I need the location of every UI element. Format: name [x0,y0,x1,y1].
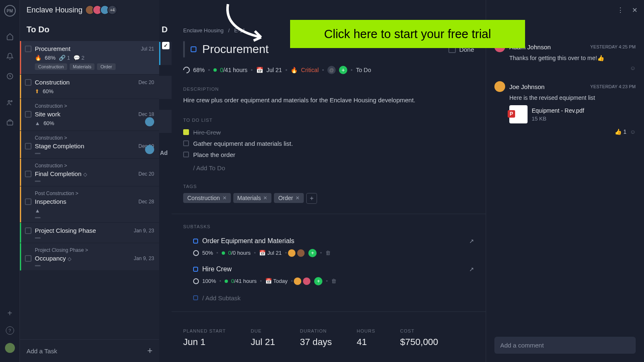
task-date: Dec 18 [138,111,154,117]
assignee-avatar [297,249,305,257]
checkbox-icon[interactable] [183,140,189,146]
checkbox-done-icon: ✓ [162,42,169,49]
checkbox-icon[interactable] [183,129,189,135]
subtask-title: Hire Crew [202,265,465,273]
add-assignee-button[interactable]: + [339,66,347,74]
svg-point-1 [8,101,10,103]
add-task-button[interactable]: Add a Task + [20,339,159,362]
project-members[interactable]: +4 [87,5,117,15]
svg-point-2 [11,101,12,102]
briefcase-icon[interactable] [6,118,14,127]
flame-icon: 🔥 [291,67,298,73]
subtask-card[interactable]: Hire Crew ↗ 100% • 0/41 hours • 📅 Today … [183,261,474,290]
open-icon[interactable]: ↗ [469,238,474,244]
tag-chip: Materials [70,63,95,70]
add-column-peek: Ad [160,150,172,156]
add-icon[interactable]: + [7,309,12,318]
task-card[interactable]: Construction >Stage CompletionDec 19 [20,131,159,159]
people-icon[interactable] [6,99,14,107]
task-color-bar [183,41,185,58]
help-icon[interactable]: ? [6,326,14,335]
remove-tag-icon[interactable]: ✕ [223,195,227,201]
task-title: Occupancy ◇ [35,255,131,262]
add-todo-button[interactable]: / Add To Do [183,160,474,171]
checkbox-icon[interactable] [25,79,31,86]
tag-pill[interactable]: Order✕ [274,193,304,203]
checkbox-icon[interactable] [25,143,31,150]
task-card[interactable]: ProcurementJul 21🔥68%🔗 1💬 2ConstructionM… [20,41,159,75]
subtasks-label: SUBTASKS [183,224,474,229]
checkbox-icon[interactable] [25,255,31,262]
calendar-icon: 📅 [256,67,263,73]
task-crumb: Construction > [35,163,154,169]
reaction-badge[interactable]: 👍 1 [615,128,627,135]
checkbox-icon[interactable] [25,111,31,118]
clock-icon[interactable] [6,72,14,80]
checkbox-icon[interactable] [25,46,31,52]
comment: Joe Johnson YESTERDAY 4:23 PM Here is th… [494,81,636,135]
progress-ring-icon [193,250,199,256]
task-type-icon [191,46,196,52]
task-card[interactable]: Project Closing PhaseJan 9, 23 [20,223,159,243]
pdf-icon: P [509,105,528,123]
checkbox-icon[interactable] [183,152,189,157]
checkbox-icon[interactable] [25,198,31,205]
remove-tag-icon[interactable]: ✕ [263,195,267,201]
comment-time: YESTERDAY 4:23 PM [590,84,636,89]
bell-icon[interactable] [6,52,14,60]
menu-icon[interactable]: ⋮ [617,6,624,14]
task-icon [193,267,198,272]
todo-item[interactable]: Hire Crew [183,127,474,138]
add-reaction-icon[interactable]: ☺ [630,128,636,135]
checkbox-icon[interactable] [25,227,31,234]
status-dot-icon [225,280,228,283]
task-icon [193,239,198,244]
current-user-avatar[interactable] [5,343,15,353]
close-icon[interactable]: ✕ [632,6,637,14]
app-logo[interactable]: PM [4,5,16,17]
tag-pill[interactable]: Materials✕ [233,193,272,203]
tag-pill[interactable]: Construction✕ [183,193,231,203]
remove-tag-icon[interactable]: ✕ [295,195,300,201]
home-icon[interactable] [6,32,14,41]
task-card[interactable]: Construction >Final Completion ◇Dec 20 [20,159,159,186]
tag-chip: Order [97,63,115,70]
assignee-avatar[interactable]: @ [327,66,336,74]
task-card[interactable]: ConstructionDec 20⬆60% [20,75,159,99]
avatar [494,81,505,92]
status-dot-icon [213,68,217,72]
add-assignee-button[interactable]: + [314,277,322,285]
comment-body: Thanks for getting this over to me!👍 [509,55,636,61]
attachment[interactable]: P Equipment - Rev.pdf15 KB [509,105,636,123]
svg-rect-3 [7,121,13,125]
description-text: Hire crew plus order equipment and mater… [183,96,474,105]
trash-icon[interactable]: 🗑 [331,278,337,284]
add-subtask-button[interactable]: / Add Subtask [183,290,474,302]
task-title: Stage Completion [35,142,135,150]
cta-banner[interactable]: Click here to start your free trial [290,20,525,48]
todo-item[interactable]: Gather equipment and materials list. [183,138,474,149]
task-title: Procurement [202,43,269,56]
checkbox-icon[interactable] [25,171,31,177]
add-tag-button[interactable]: + [306,193,317,204]
todo-item[interactable]: Place the order [183,149,474,160]
task-date: Jan 9, 23 [134,228,154,234]
open-icon[interactable]: ↗ [469,266,474,273]
task-crumb: Construction > [35,103,154,109]
task-card[interactable]: Project Closing Phase >Occupancy ◇Jan 9,… [20,243,159,271]
add-reaction-icon[interactable]: ☺ [630,65,636,71]
task-date: Dec 28 [138,199,154,205]
task-title: Project Closing Phase [35,227,131,234]
project-name[interactable]: Enclave Housing [27,6,82,14]
task-card[interactable]: Post Construction >InspectionsDec 28▲ [20,186,159,223]
subtask-title: Order Equipment and Materials [202,237,465,245]
progress-ring-icon [193,278,199,284]
assignee-avatar [288,249,296,257]
subtask-card[interactable]: Order Equipment and Materials ↗ 50% • 0/… [183,233,474,261]
trash-icon[interactable]: 🗑 [325,250,331,256]
assignee-avatar [145,145,154,154]
status-dot-icon [222,251,225,255]
add-comment-input[interactable]: Add a comment [494,337,636,354]
task-card[interactable]: Construction >Site workDec 18▲60% [20,99,159,131]
add-assignee-button[interactable]: + [308,249,317,257]
